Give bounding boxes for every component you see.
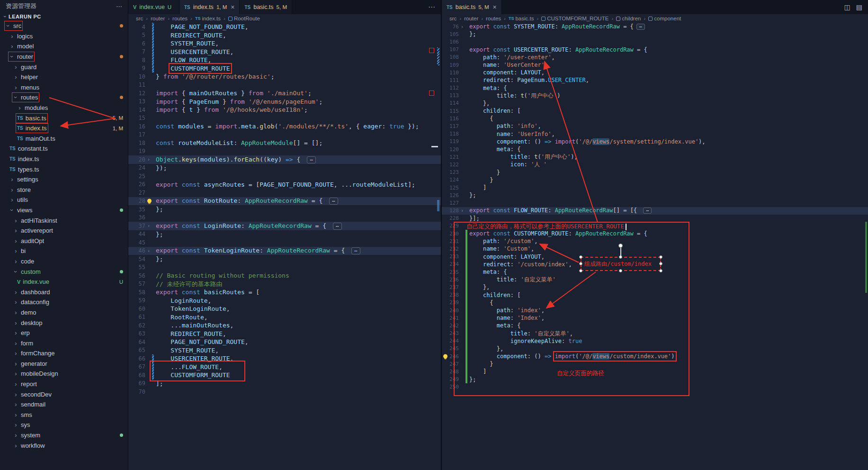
tree-item-guard[interactable]: ›guard xyxy=(0,62,128,72)
tree-item-actHiTaskinst[interactable]: ›actHiTaskinst xyxy=(0,215,128,226)
breadcrumb-item-router[interactable]: router xyxy=(151,16,165,21)
tree-item-model[interactable]: ›model xyxy=(0,41,128,52)
tree-item-index.ts[interactable]: TSindex.ts xyxy=(0,154,128,164)
code-line-54[interactable]: 54}; xyxy=(128,255,441,263)
tree-item-formChange[interactable]: ›formChange xyxy=(0,348,128,359)
breadcrumb-item-children[interactable]: children xyxy=(616,16,641,21)
explorer-more-icon[interactable]: ⋯ xyxy=(116,3,122,10)
code-line-243[interactable]: 243 title: '自定义菜单', xyxy=(442,330,868,337)
code-line-113[interactable]: 113 title: t('用户中心') xyxy=(442,92,868,99)
rotate-handle[interactable] xyxy=(618,244,623,248)
tree-item-sys[interactable]: ›sys xyxy=(0,420,128,430)
code-line-13[interactable]: 13import { PageEnum } from '/@/enums/pag… xyxy=(128,98,441,106)
tree-item-modules[interactable]: ›modules xyxy=(0,103,128,113)
fold-chevron-icon[interactable]: › xyxy=(146,248,151,253)
code-line-106[interactable]: 106 xyxy=(442,38,868,45)
code-line-66[interactable]: 66 USERCENTER_ROUTE, xyxy=(128,354,441,363)
code-line-248[interactable]: 248 ] xyxy=(442,368,868,375)
code-line-19[interactable]: 19 xyxy=(128,147,441,156)
tree-item-dashboard[interactable]: ›dashboard xyxy=(0,287,128,297)
code-line-109[interactable]: 109 name: 'UserCenter', xyxy=(442,61,868,69)
tree-item-secondDev[interactable]: ›secondDev xyxy=(0,389,128,399)
code-line-111[interactable]: 111 redirect: PageEnum.USER_CENTER, xyxy=(442,76,868,84)
tree-item-sms[interactable]: ›sms xyxy=(0,410,128,420)
code-line-37[interactable]: 37›export const LoginRoute: AppRouteReco… xyxy=(128,222,441,230)
tree-item-settings[interactable]: ›settings xyxy=(0,174,128,185)
tree-item-helper[interactable]: ›helper xyxy=(0,72,128,82)
tree-item-router[interactable]: ›router xyxy=(0,52,128,62)
code-line-65[interactable]: 65 SYSTEM_ROUTE, xyxy=(128,346,441,355)
code-line-26[interactable]: 26export const asyncRoutes = [PAGE_NOT_F… xyxy=(128,181,441,189)
selection-handle[interactable] xyxy=(579,255,582,259)
breadcrumb-item-CUSTOMFORM_ROUTE[interactable]: CUSTOMFORM_ROUTE xyxy=(541,16,608,21)
code-editor-right[interactable]: 76›export const SYSTEM_ROUTE: AppRouteRe… xyxy=(442,23,868,470)
fold-chevron-icon[interactable]: › xyxy=(146,223,151,228)
code-line-18[interactable]: 18const routeModuleList: AppRouteModule[… xyxy=(128,139,441,147)
tree-item-workflow[interactable]: ›workflow xyxy=(0,440,128,451)
code-line-128[interactable]: 128›export const FLOW_ROUTE: AppRouteRec… xyxy=(442,207,868,215)
tree-item-custom[interactable]: ›custom xyxy=(0,266,128,277)
code-line-27[interactable]: 27 xyxy=(128,189,441,197)
code-line-115[interactable]: 115 children: [ xyxy=(442,107,868,115)
breadcrumb-item-index.ts[interactable]: TSindex.ts xyxy=(195,16,221,21)
code-line-247[interactable]: 247 } xyxy=(442,360,868,368)
tree-item-types.ts[interactable]: TStypes.ts xyxy=(0,164,128,174)
tree-item-index.ts[interactable]: TSindex.ts1, M xyxy=(0,123,128,134)
lightbulb-icon[interactable] xyxy=(147,199,152,203)
code-line-15[interactable]: 15 xyxy=(128,114,441,123)
tree-item-auditOpt[interactable]: ›auditOpt xyxy=(0,235,128,246)
code-line-7[interactable]: 7 USERCENTER_ROUTE, xyxy=(128,48,441,56)
tab-index.ts[interactable]: TSindex.ts1, M× xyxy=(179,0,240,14)
tree-item-bi[interactable]: ›bi xyxy=(0,246,128,256)
tree-item-basic.ts[interactable]: TSbasic.ts5, M xyxy=(0,113,128,123)
code-line-249[interactable]: 249}; xyxy=(442,376,868,383)
breadcrumb-item-src[interactable]: src xyxy=(136,16,143,21)
code-line-118[interactable]: 118 name: 'UserInfo', xyxy=(442,130,868,138)
tab-index.vue[interactable]: Vindex.vueU xyxy=(128,0,179,14)
code-line-60[interactable]: 60 TokenLoginRoute, xyxy=(128,305,441,313)
code-line-56[interactable]: 56// Basic routing without permissions xyxy=(128,271,441,280)
code-line-120[interactable]: 120 meta: { xyxy=(442,145,868,153)
code-line-20[interactable]: 20›Object.keys(modules).forEach((key) =>… xyxy=(128,155,441,164)
code-line-116[interactable]: 116 { xyxy=(442,115,868,122)
code-line-126[interactable]: 126}; xyxy=(442,191,868,199)
tree-item-mobileDesign[interactable]: ›mobileDesign xyxy=(0,369,128,379)
folded-code-ellipsis[interactable]: ⋯ xyxy=(643,208,652,214)
code-line-44[interactable]: 44}; xyxy=(128,230,441,239)
code-line-17[interactable]: 17 xyxy=(128,131,441,139)
tree-item-index.vue[interactable]: Vindex.vueU xyxy=(0,277,128,287)
code-line-62[interactable]: 62 ...mainOutRoutes, xyxy=(128,321,441,330)
code-line-242[interactable]: 242 meta: { xyxy=(442,322,868,329)
tree-item-mainOut.ts[interactable]: TSmainOut.ts xyxy=(0,134,128,144)
code-line-76[interactable]: 76›export const SYSTEM_ROUTE: AppRouteRe… xyxy=(442,23,868,30)
tree-item-views[interactable]: ›views xyxy=(0,205,128,216)
breadcrumb-item-component[interactable]: component xyxy=(648,16,681,21)
code-line-237[interactable]: 237 }, xyxy=(442,283,868,291)
code-line-231[interactable]: 231 path: '/custom', xyxy=(442,237,868,245)
tab-basic.ts[interactable]: TSbasic.ts5, M xyxy=(240,0,292,14)
folded-code-ellipsis[interactable]: ⋯ xyxy=(329,198,338,205)
tab-basic.ts[interactable]: TSbasic.ts5, M× xyxy=(442,0,502,14)
tree-item-utils[interactable]: ›utils xyxy=(0,195,128,205)
code-line-55[interactable]: 55 xyxy=(128,263,441,272)
code-line-14[interactable]: 14import { t } from '/@/hooks/web/useI18… xyxy=(128,106,441,114)
code-line-110[interactable]: 110 component: LAYOUT, xyxy=(442,69,868,76)
breadcrumb-item-src[interactable]: src xyxy=(449,16,456,21)
editor-actions-more-icon[interactable]: ⋯ xyxy=(422,0,441,14)
layout-icon[interactable]: ▤ xyxy=(856,3,862,11)
selection-handle[interactable] xyxy=(579,269,582,272)
code-line-239[interactable]: 239 { xyxy=(442,299,868,307)
fold-chevron-icon[interactable]: › xyxy=(146,157,151,162)
fold-chevron-icon[interactable]: › xyxy=(460,24,465,29)
selection-handle[interactable] xyxy=(619,269,622,272)
code-line-238[interactable]: 238 children: [ xyxy=(442,291,868,299)
code-line-245[interactable]: 245 }, xyxy=(442,345,868,352)
tree-item-code[interactable]: ›code xyxy=(0,256,128,267)
code-line-107[interactable]: 107export const USERCENTER_ROUTE: AppRou… xyxy=(442,46,868,54)
tree-item-store[interactable]: ›store xyxy=(0,185,128,195)
code-line-5[interactable]: 5 REDIRECT_ROUTE, xyxy=(128,31,441,40)
split-editor-icon[interactable]: ◫ xyxy=(844,3,850,11)
code-line-236[interactable]: 236 title: '自定义菜单' xyxy=(442,276,868,283)
code-line-123[interactable]: 123 } xyxy=(442,169,868,176)
fold-chevron-icon[interactable]: › xyxy=(460,208,465,213)
